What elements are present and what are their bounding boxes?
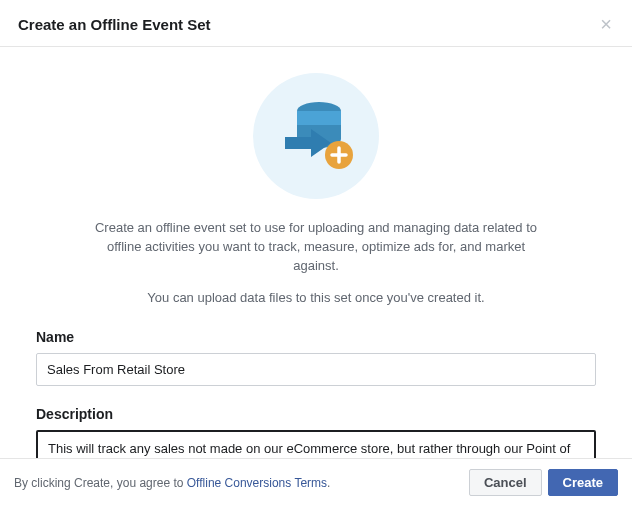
database-add-icon xyxy=(251,71,381,201)
terms-prefix: By clicking Create, you agree to xyxy=(14,476,187,490)
name-label: Name xyxy=(36,329,596,345)
name-input[interactable] xyxy=(36,353,596,386)
modal-body: Create an offline event set to use for u… xyxy=(0,47,632,506)
hero-icon-wrap xyxy=(36,71,596,201)
create-button[interactable]: Create xyxy=(548,469,618,496)
terms-link[interactable]: Offline Conversions Terms xyxy=(187,476,327,490)
terms-text: By clicking Create, you agree to Offline… xyxy=(14,476,330,490)
terms-suffix: . xyxy=(327,476,330,490)
modal-header: Create an Offline Event Set × xyxy=(0,0,632,47)
description-main: Create an offline event set to use for u… xyxy=(91,219,541,276)
description-sub: You can upload data files to this set on… xyxy=(36,290,596,305)
modal-footer: By clicking Create, you agree to Offline… xyxy=(0,458,632,506)
modal-title: Create an Offline Event Set xyxy=(18,16,211,33)
footer-buttons: Cancel Create xyxy=(469,469,618,496)
cancel-button[interactable]: Cancel xyxy=(469,469,542,496)
description-label: Description xyxy=(36,406,596,422)
close-icon: × xyxy=(600,13,612,35)
close-button[interactable]: × xyxy=(598,14,614,34)
